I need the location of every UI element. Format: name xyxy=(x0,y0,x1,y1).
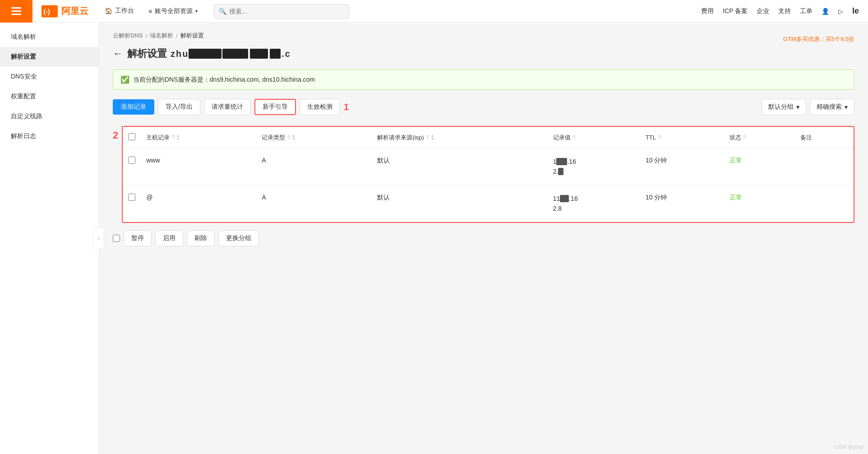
toolbar-right: 默认分组 ▾ 精确搜索 ▾ xyxy=(762,99,854,115)
default-group-button[interactable]: 默认分组 ▾ xyxy=(762,99,806,115)
search-input[interactable] xyxy=(229,8,344,15)
nav-enterprise[interactable]: 企业 xyxy=(757,7,769,15)
nav-workorder[interactable]: 工单 xyxy=(800,7,813,15)
promo-link[interactable]: GTM多买优惠：买5个9.5折 xyxy=(783,35,854,43)
svg-rect-0 xyxy=(11,7,21,9)
help-icon-value[interactable]: ? xyxy=(573,134,576,141)
help-icon-source[interactable]: ? xyxy=(426,134,429,141)
sidebar: 域名解析 解析设置 DNS安全 权重配置 自定义线路 解析日志 ‹ xyxy=(0,23,99,454)
help-icon-type[interactable]: ? xyxy=(287,134,290,141)
sort-icon-source[interactable]: ▲▼ xyxy=(430,134,434,141)
bottom-actions: 暂停 启用 刷除 更换分组 xyxy=(113,223,854,248)
breadcrumb-domain[interactable]: 域名解析 xyxy=(150,32,173,40)
sidebar-item-weight-config[interactable]: 权重配置 xyxy=(0,87,99,107)
row2-checkbox-cell xyxy=(123,185,141,222)
row2-status: 正常 xyxy=(724,185,795,222)
th-ttl: TTL ? xyxy=(640,127,724,148)
breadcrumb-row: 云解析DNS / 域名解析 / 解析设置 GTM多买优惠：买5个9.5折 xyxy=(113,32,854,47)
breadcrumb-current: 解析设置 xyxy=(180,32,204,40)
sidebar-item-custom-lines[interactable]: 自定义线路 xyxy=(0,107,99,126)
th-remark: 备注 xyxy=(795,127,854,148)
nav-terminal-icon[interactable]: ▷ xyxy=(838,8,843,15)
row2-checkbox[interactable] xyxy=(128,194,135,201)
records-table-section: 主机记录 ? ▲▼ 记录类型 ? ▲▼ xyxy=(122,126,854,223)
row1-checkbox-cell xyxy=(123,148,141,185)
delete-button[interactable]: 刷除 xyxy=(187,230,215,246)
svg-text:(-): (-) xyxy=(44,8,51,15)
sidebar-item-resolve-logs[interactable]: 解析日志 xyxy=(0,126,99,146)
row1-source: 默认 xyxy=(372,148,547,185)
nav-icp[interactable]: ICP 备案 xyxy=(723,7,748,15)
annotation-1: 1 xyxy=(344,102,349,112)
breadcrumb-sep-1: / xyxy=(145,32,147,39)
domain-name: zhu██████████.c xyxy=(171,49,291,59)
top-navigation: (-) 阿里云 🏠 工作台 ≡ 账号全部资源 ▾ 🔍 费用 ICP 备案 企业 … xyxy=(0,0,868,23)
sidebar-collapse-button[interactable]: ‹ xyxy=(93,227,104,249)
bottom-select-all-checkbox[interactable] xyxy=(113,235,120,242)
breadcrumb: 云解析DNS / 域名解析 / 解析设置 xyxy=(113,32,204,40)
nav-workbench[interactable]: 🏠 工作台 xyxy=(97,0,141,23)
precise-search-button[interactable]: 精确搜索 ▾ xyxy=(810,99,854,115)
page-header: ← 解析设置 zhu██████████.c xyxy=(113,47,854,60)
nav-ie-text: Ie xyxy=(852,6,859,16)
row2-ttl: 10 分钟 xyxy=(640,185,724,222)
toolbar: 添加记录 导入/导出 请求量统计 新手引导 生效检测 xyxy=(113,99,340,115)
sidebar-item-dns-security[interactable]: DNS安全 xyxy=(0,67,99,87)
hamburger-menu[interactable] xyxy=(0,0,32,23)
pause-button[interactable]: 暂停 xyxy=(124,230,152,246)
th-checkbox xyxy=(123,127,141,148)
watermark: CSDN @googl xyxy=(834,445,863,449)
row1-checkbox[interactable] xyxy=(128,157,135,164)
svg-rect-1 xyxy=(11,10,21,12)
import-export-button[interactable]: 导入/导出 xyxy=(158,99,200,115)
main-content: 云解析DNS / 域名解析 / 解析设置 GTM多买优惠：买5个9.5折 ← 解… xyxy=(99,23,868,454)
logo: (-) 阿里云 xyxy=(32,5,97,18)
table-body: www A 默认 1.16 2. 10 分钟 正常 xyxy=(123,148,854,222)
row1-value: 1.16 2. xyxy=(548,148,640,185)
enable-button[interactable]: 启用 xyxy=(155,230,183,246)
nav-profile-icon[interactable]: 👤 xyxy=(822,8,829,15)
sort-icon-type[interactable]: ▲▼ xyxy=(292,134,295,141)
validation-button[interactable]: 生效检测 xyxy=(300,99,340,115)
svg-rect-2 xyxy=(11,14,21,15)
table-section-wrapper: 2 主机记录 ? ▲▼ xyxy=(113,120,854,223)
select-all-checkbox[interactable] xyxy=(128,133,135,140)
row2-remark xyxy=(795,185,854,222)
dns-info-text: 当前分配的DNS服务器是：dns9.hichina.com, dns10.hic… xyxy=(133,76,315,84)
dns-info-banner: ✅ 当前分配的DNS服务器是：dns9.hichina.com, dns10.h… xyxy=(113,69,854,90)
th-record-type: 记录类型 ? ▲▼ xyxy=(256,127,372,148)
sidebar-item-resolve-settings[interactable]: 解析设置 xyxy=(0,47,99,67)
request-stats-button[interactable]: 请求量统计 xyxy=(204,99,251,115)
records-table: 主机记录 ? ▲▼ 记录类型 ? ▲▼ xyxy=(123,127,854,222)
th-source: 解析请求来源(isp) ? ▲▼ xyxy=(372,127,547,148)
table-header: 主机记录 ? ▲▼ 记录类型 ? ▲▼ xyxy=(123,127,854,148)
help-icon-host[interactable]: ? xyxy=(171,134,175,141)
back-button[interactable]: ← xyxy=(113,48,123,60)
nav-resources[interactable]: ≡ 账号全部资源 ▾ xyxy=(141,0,205,23)
th-record-value: 记录值 ? xyxy=(548,127,640,148)
row1-ttl: 10 分钟 xyxy=(640,148,724,185)
sort-icon-host[interactable]: ▲▼ xyxy=(176,134,180,141)
guide-button[interactable]: 新手引导 xyxy=(254,99,296,115)
table-row: www A 默认 1.16 2. 10 分钟 正常 xyxy=(123,148,854,185)
breadcrumb-dns[interactable]: 云解析DNS xyxy=(113,32,143,40)
change-group-button[interactable]: 更换分组 xyxy=(218,230,259,246)
help-icon-ttl[interactable]: ? xyxy=(658,134,661,141)
sidebar-item-domain-resolve[interactable]: 域名解析 xyxy=(0,27,99,47)
table-row: @ A 默认 11.16 2.8 10 分钟 正常 xyxy=(123,185,854,222)
search-box: 🔍 xyxy=(214,4,349,19)
help-icon-status[interactable]: ? xyxy=(743,134,746,141)
add-record-button[interactable]: 添加记录 xyxy=(113,99,154,115)
row1-type: A xyxy=(256,148,372,185)
nav-fees[interactable]: 费用 xyxy=(701,7,714,15)
nav-support[interactable]: 支持 xyxy=(778,7,791,15)
annotation-2: 2 xyxy=(113,130,118,141)
toolbar-row: 添加记录 导入/导出 请求量统计 新手引导 生效检测 1 默认分组 ▾ 精确搜索… xyxy=(113,99,854,115)
breadcrumb-sep-2: / xyxy=(176,32,178,39)
row2-source: 默认 xyxy=(372,185,547,222)
row1-host: www xyxy=(141,148,256,185)
row2-host: @ xyxy=(141,185,256,222)
row1-remark xyxy=(795,148,854,185)
dns-check-icon: ✅ xyxy=(120,75,129,84)
row1-status: 正常 xyxy=(724,148,795,185)
